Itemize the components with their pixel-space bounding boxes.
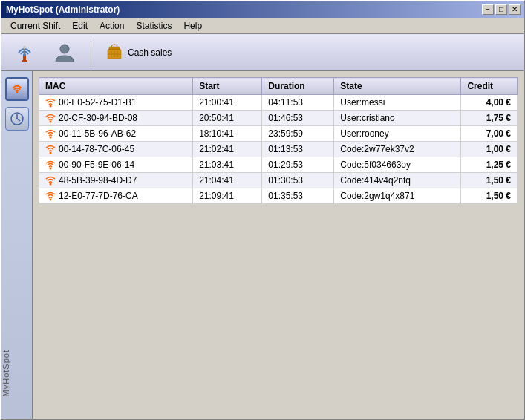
cell-credit: 4,00 € (461, 95, 518, 111)
col-mac: MAC (39, 78, 193, 95)
user-icon (53, 41, 76, 65)
cell-mac: 00-E0-52-75-D1-B1 (39, 95, 193, 111)
user-toolbar-button[interactable] (48, 39, 82, 67)
table-row[interactable]: 00-E0-52-75-D1-B1 21:00:4104:11:53User:m… (39, 95, 518, 111)
cell-state: User:cristiano (334, 111, 461, 126)
window-controls: − □ ✕ (482, 4, 521, 15)
menu-current-shift[interactable]: Current Shift (4, 19, 66, 33)
col-duration: Duration (262, 78, 334, 95)
table-header-row: MAC Start Duration State Credit (39, 78, 518, 95)
col-start: Start (193, 78, 262, 95)
cell-duration: 01:46:53 (262, 111, 334, 126)
cash-sales-label: Cash sales (128, 47, 172, 58)
window-title: MyHotSpot (Administrator) (4, 4, 120, 15)
table-row[interactable]: 00-90-F5-9E-06-14 21:03:4101:29:53Code:5… (39, 157, 518, 173)
table-row[interactable]: 12-E0-77-7D-76-CA 21:09:4101:35:53Code:2… (39, 188, 518, 204)
col-state: State (334, 78, 461, 95)
table-row[interactable]: 20-CF-30-94-BD-08 20:50:4101:46:53User:c… (39, 111, 518, 126)
table-row[interactable]: 48-5B-39-98-4D-D7 21:04:4101:30:53Code:4… (39, 173, 518, 188)
svg-point-11 (16, 91, 18, 93)
wifi-icon (45, 128, 56, 139)
svg-point-19 (50, 152, 52, 154)
menu-edit[interactable]: Edit (66, 19, 94, 33)
cell-start: 21:02:41 (193, 142, 262, 157)
cash-sales-toolbar-button[interactable]: Cash sales (100, 42, 177, 64)
svg-point-18 (50, 137, 52, 139)
close-button[interactable]: ✕ (509, 4, 521, 15)
cell-state: User:rooney (334, 126, 461, 142)
svg-rect-1 (22, 60, 27, 62)
hotspot-toolbar-button[interactable] (7, 39, 42, 67)
svg-point-15 (16, 118, 18, 119)
wifi-icon (45, 144, 56, 154)
svg-point-5 (60, 45, 69, 53)
svg-point-4 (23, 46, 26, 49)
svg-point-17 (50, 121, 52, 123)
minimize-button[interactable]: − (482, 4, 494, 15)
sidebar-clock-button[interactable] (5, 107, 29, 131)
cell-start: 20:50:41 (193, 111, 262, 126)
hotspot-icon (13, 41, 36, 65)
sidebar-wifi-button[interactable] (5, 77, 29, 101)
wifi-icon (45, 191, 56, 201)
cell-mac: 00-90-F5-9E-06-14 (39, 157, 193, 173)
menu-bar: Current Shift Edit Action Statistics Hel… (1, 18, 524, 34)
svg-point-16 (50, 105, 52, 108)
svg-point-20 (50, 168, 52, 170)
menu-statistics[interactable]: Statistics (130, 19, 177, 33)
table-row[interactable]: 00-14-78-7C-06-45 21:02:4101:13:53Code:2… (39, 142, 518, 157)
sidebar-brand-label: MyHotSpot (1, 350, 33, 396)
cell-duration: 01:13:53 (262, 142, 334, 157)
menu-action[interactable]: Action (94, 19, 130, 33)
sidebar: MyHotSpot (1, 71, 33, 419)
cell-state: User:messi (334, 95, 461, 111)
svg-point-21 (50, 183, 52, 186)
cell-state: Code:2gw1q4x871 (334, 188, 461, 204)
cell-start: 21:09:41 (193, 188, 262, 204)
cell-credit: 7,00 € (461, 126, 518, 142)
cell-credit: 1,25 € (461, 157, 518, 173)
cell-start: 18:10:41 (193, 126, 262, 142)
cell-credit: 1,75 € (461, 111, 518, 126)
cell-start: 21:04:41 (193, 173, 262, 188)
title-bar: MyHotSpot (Administrator) − □ ✕ (1, 1, 524, 18)
cash-icon (105, 44, 123, 62)
svg-rect-3 (24, 48, 25, 54)
cell-start: 21:00:41 (193, 95, 262, 111)
cell-credit: 1,00 € (461, 142, 518, 157)
cell-duration: 04:11:53 (262, 95, 334, 111)
table-area: MAC Start Duration State Credit 00-E0-52… (33, 71, 524, 419)
cell-mac: 00-14-78-7C-06-45 (39, 142, 193, 157)
cell-state: Code:5f034663oy (334, 157, 461, 173)
main-content: MyHotSpot MAC Start Duration State Credi… (1, 71, 524, 419)
cell-mac: 00-11-5B-96-AB-62 (39, 126, 193, 142)
wifi-icon (45, 113, 56, 123)
wifi-icon (45, 160, 56, 170)
cell-credit: 1,50 € (461, 188, 518, 204)
wifi-icon (45, 175, 56, 186)
maximize-button[interactable]: □ (495, 4, 507, 15)
menu-help[interactable]: Help (177, 19, 208, 33)
table-row[interactable]: 00-11-5B-96-AB-62 18:10:4123:59:59User:r… (39, 126, 518, 142)
toolbar-separator (91, 39, 91, 67)
col-credit: Credit (461, 78, 518, 95)
sessions-table: MAC Start Duration State Credit 00-E0-52… (39, 77, 518, 204)
wifi-icon (45, 97, 56, 108)
cell-duration: 23:59:59 (262, 126, 334, 142)
toolbar: Cash sales (1, 34, 524, 71)
cell-duration: 01:30:53 (262, 173, 334, 188)
cell-mac: 20-CF-30-94-BD-08 (39, 111, 193, 126)
cell-mac: 12-E0-77-7D-76-CA (39, 188, 193, 204)
cell-start: 21:03:41 (193, 157, 262, 173)
cell-duration: 01:29:53 (262, 157, 334, 173)
cell-credit: 1,50 € (461, 173, 518, 188)
cell-mac: 48-5B-39-98-4D-D7 (39, 173, 193, 188)
svg-point-22 (50, 199, 52, 201)
cell-state: Code:2w77ek37v2 (334, 142, 461, 157)
cell-duration: 01:35:53 (262, 188, 334, 204)
cell-state: Code:414v4q2ntq (334, 173, 461, 188)
main-window: MyHotSpot (Administrator) − □ ✕ Current … (0, 0, 525, 420)
